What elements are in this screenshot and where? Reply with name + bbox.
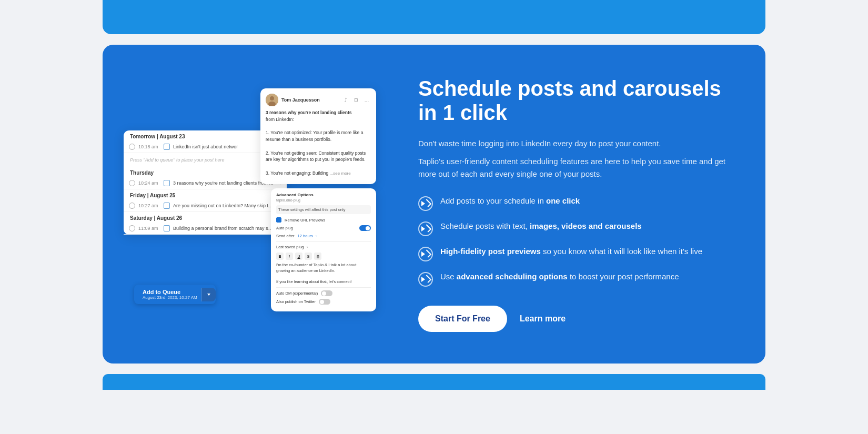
features-list: Add posts to your schedule in one click … — [418, 195, 734, 287]
post-avatar — [266, 94, 278, 106]
feature-bold-2: images, videos and carousels — [530, 221, 642, 230]
adv-toolbar: B I U S 🗑 — [276, 253, 371, 260]
chevron-icon-3 — [421, 251, 425, 257]
adv-divider-2 — [276, 287, 371, 288]
adv-twitter-row: Also publish on Twitter — [276, 299, 371, 305]
learn-more-button[interactable]: Learn more — [520, 314, 566, 324]
feature-icon-2 — [418, 221, 433, 236]
send-after-value: 12 hours → — [298, 234, 318, 238]
svg-point-1 — [270, 96, 274, 100]
twitter-label: Also publish on Twitter — [276, 299, 316, 304]
post-content-body: 3 reasons why you're not landing clients… — [266, 109, 371, 177]
cal-time-5: 11:09 am — [138, 226, 160, 231]
chevron-icon-4 — [421, 277, 425, 282]
toolbar-bold[interactable]: B — [276, 253, 284, 260]
advanced-options-subtitle: taplio.one-plug — [276, 198, 371, 202]
add-to-queue-sublabel: August 23rd, 2023, 10:27 AM — [143, 295, 197, 300]
cal-text-4: Are you missing out on LinkedIn? Many sk… — [173, 203, 275, 208]
more-icon[interactable]: … — [362, 96, 371, 104]
cal-time-4: 10:27 am — [138, 203, 160, 208]
feature-item-2: Schedule posts with text, images, videos… — [418, 220, 734, 236]
feature-bold-3: High-fidelity post previews — [440, 247, 541, 256]
feature-text-3: High-fidelity post previews so you know … — [440, 246, 702, 258]
title-line1: Schedule posts and carousels — [418, 77, 721, 100]
feature-item-4: Use advanced scheduling options to boost… — [418, 271, 734, 287]
post-author-name: Tom Jacquesson — [281, 97, 320, 103]
twitter-toggle[interactable] — [319, 299, 330, 305]
auto-plug-label: Auto plug — [276, 226, 293, 230]
calendar-icon-5 — [164, 225, 170, 231]
section-desc-2: Taplio's user-friendly content schedulin… — [418, 155, 734, 180]
feature-bold-4: advanced scheduling options — [457, 272, 568, 281]
send-after-label: Send after — [276, 234, 295, 238]
share-icon[interactable]: ⤴ — [341, 96, 350, 104]
auto-dm-toggle[interactable] — [321, 290, 332, 296]
feature-text-4: Use advanced scheduling options to boost… — [440, 271, 679, 283]
post-title-line1: 3 reasons why you're not landing clients — [266, 110, 352, 115]
auto-plug-toggle[interactable] — [359, 225, 371, 231]
feature-icon-3 — [418, 247, 433, 261]
toolbar-delete[interactable]: 🗑 — [314, 253, 321, 260]
chevron-icon-1 — [421, 201, 425, 206]
clock-icon-3 — [129, 180, 135, 186]
cal-text-5: Building a personal brand from scratch m… — [173, 226, 275, 231]
cal-saturday-label: Saturday | August 26 — [124, 212, 287, 223]
adv-option-row-2: Auto plug — [276, 225, 371, 231]
cta-row: Start For Free Learn more — [418, 306, 734, 332]
adv-last-saved-row: Last saved plug → — [276, 245, 371, 249]
remove-url-label: Remove URL Previews — [285, 218, 325, 223]
queue-dropdown-arrow[interactable] — [201, 288, 216, 301]
section-title: Schedule posts and carousels in 1 click — [418, 76, 734, 125]
content-area: Schedule posts and carousels in 1 click … — [376, 76, 734, 332]
feature-text-1: Add posts to your schedule in one click — [440, 195, 580, 207]
clock-icon-4 — [129, 203, 135, 209]
auto-dm-label: Auto DM (experimental) — [276, 291, 318, 296]
top-bar — [103, 0, 765, 34]
toolbar-underline[interactable]: U — [295, 253, 302, 260]
adv-send-after-row: Send after 12 hours → — [276, 234, 371, 238]
toolbar-strikethrough[interactable]: S — [305, 253, 312, 260]
feature-icon-4 — [418, 272, 433, 287]
cal-row-4: 10:27 am Are you missing out on LinkedIn… — [124, 200, 287, 212]
last-saved-label: Last saved plug → — [276, 245, 309, 249]
feature-bold-1: one click — [546, 196, 580, 205]
post-title-line2: from LinkedIn: — [266, 117, 294, 122]
adv-auto-dm-row: Auto DM (experimental) — [276, 290, 371, 296]
feature-text-2: Schedule posts with text, images, videos… — [440, 220, 642, 233]
cal-time-1: 10:18 am — [138, 144, 160, 149]
chevron-icon-2 — [421, 226, 425, 231]
cal-text-3: 3 reasons why you're not landing clients… — [173, 180, 275, 186]
adv-body-text: I'm the co-founder of Taplio & I talk a … — [276, 263, 371, 285]
cal-time-3: 10:24 am — [138, 180, 160, 186]
post-action-icons: ⤴ ⊡ … — [341, 96, 371, 104]
advanced-options-title: Advanced Options — [276, 193, 371, 197]
section-desc-1: Don't waste time logging into LinkedIn e… — [418, 137, 734, 150]
bottom-bar — [103, 374, 765, 390]
toolbar-italic[interactable]: I — [286, 253, 293, 260]
clock-icon-5 — [129, 225, 135, 231]
cal-row-5: 11:09 am Building a personal brand from … — [124, 223, 287, 235]
calendar-icon-1 — [164, 144, 170, 150]
title-line2: in 1 click — [418, 101, 507, 124]
post-panel: Tom Jacquesson ⤴ ⊡ … 3 reasons why you'r… — [260, 88, 376, 184]
feature-icon-1 — [418, 196, 433, 211]
screenshots-area: Tomorrow | August 23 10:18 am LinkedIn i… — [124, 88, 376, 320]
add-to-queue-button[interactable]: Add to Queue August 23rd, 2023, 10:27 AM — [134, 285, 216, 304]
calendar-icon-4 — [164, 203, 170, 209]
post-header: Tom Jacquesson ⤴ ⊡ … — [266, 94, 371, 106]
clock-icon — [129, 144, 135, 150]
save-icon[interactable]: ⊡ — [352, 96, 360, 104]
main-card: Tomorrow | August 23 10:18 am LinkedIn i… — [103, 45, 765, 364]
cal-text-1: LinkedIn isn't just about networ — [173, 144, 275, 149]
start-for-free-button[interactable]: Start For Free — [418, 306, 507, 332]
cal-friday-label: Friday | August 25 — [124, 189, 287, 200]
feature-item-3: High-fidelity post previews so you know … — [418, 246, 734, 261]
remove-url-checkbox[interactable] — [276, 217, 281, 223]
calendar-icon-3 — [164, 180, 170, 186]
add-to-queue-label: Add to Queue — [143, 289, 197, 295]
adv-divider — [276, 241, 371, 242]
adv-option-row-1: Remove URL Previews — [276, 217, 371, 223]
post-see-more: ...see more — [330, 171, 351, 176]
advanced-options-notice: These settings will affect this post onl… — [276, 205, 371, 214]
feature-item-1: Add posts to your schedule in one click — [418, 195, 734, 211]
